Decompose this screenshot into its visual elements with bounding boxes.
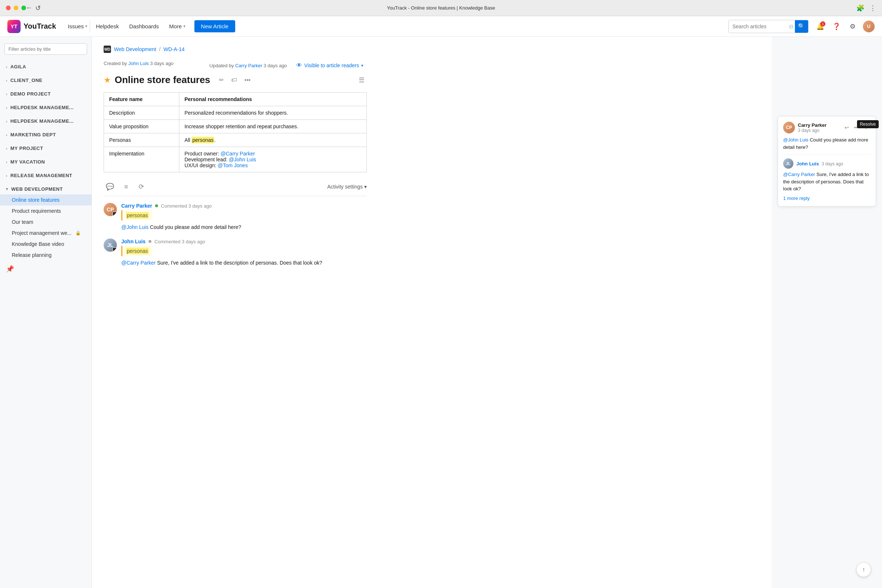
sidebar-item-product-req[interactable]: Product requirements	[0, 206, 92, 216]
more-chevron-icon: ▾	[183, 24, 186, 28]
sidebar-item-online-store[interactable]: Online store features	[0, 194, 92, 206]
history-tab[interactable]: ⟳	[136, 181, 146, 192]
sidebar-section-agila: › AGILA	[0, 60, 92, 74]
table-row: Description Personalized recommendations…	[104, 106, 367, 120]
close-dot[interactable]	[6, 6, 10, 10]
sidebar-section-header-helpdesk1[interactable]: › HELPDESK MANAGEME...	[0, 102, 92, 113]
carry-parker-avatar: CP	[104, 203, 117, 216]
thread-time: 3 days ago	[798, 128, 826, 133]
thread-more-replies-link[interactable]: 1 more reply	[783, 195, 871, 201]
user-avatar[interactable]: U	[863, 21, 874, 32]
filter-input[interactable]	[4, 44, 87, 55]
sidebar-item-project-mgmt[interactable]: Project management we... 🔒	[0, 228, 92, 238]
minimize-dot[interactable]	[14, 6, 18, 10]
breadcrumb-id-link[interactable]: WD-A-14	[164, 46, 185, 52]
titlebar-actions: 🧩 ⋮	[856, 4, 876, 12]
helpdesk1-caret-icon: ›	[6, 105, 8, 110]
thread-mention[interactable]: @John Luis	[783, 137, 808, 142]
new-article-button[interactable]: New Article	[194, 20, 235, 32]
nav-item-helpdesk[interactable]: Helpdesk	[92, 20, 123, 32]
table-cell-key: Description	[104, 106, 179, 120]
carry-project-badge	[112, 212, 117, 216]
visibility-badge[interactable]: 👁 Visible to article readers ▾	[293, 60, 367, 70]
titlebar-menu-icon[interactable]: ⋮	[870, 4, 876, 12]
personas-highlight: personas	[192, 137, 214, 143]
pin-icon[interactable]: 📌	[0, 262, 92, 276]
sidebar-section-label-helpdesk2: HELPDESK MANAGEME...	[10, 118, 74, 124]
sidebar-section-header-agila[interactable]: › AGILA	[0, 62, 92, 72]
sidebar-section-header-helpdesk2[interactable]: › HELPDESK MANAGEME...	[0, 116, 92, 126]
john-luis-link[interactable]: @John Luis	[229, 156, 256, 162]
comment-1-mention[interactable]: @John Luis	[121, 224, 148, 230]
activity-tabs: 💬 ≡ ⟳ Activity settings ▾	[104, 181, 367, 196]
thread-reply-author-name[interactable]: John Luis	[796, 161, 819, 166]
created-author-link[interactable]: John Luis	[128, 61, 149, 66]
tom-jones-link[interactable]: @Tom Jones	[218, 162, 248, 168]
sidebar-item-kb-video[interactable]: Knowledge Base video	[0, 238, 92, 249]
comment-2-after-mention: Sure, I've added a link to the descripti…	[156, 260, 322, 266]
list-tab[interactable]: ≡	[122, 182, 130, 192]
sidebar-section-header-my-project[interactable]: › MY PROJECT	[0, 143, 92, 154]
nav-item-issues[interactable]: Issues ▾	[64, 20, 90, 32]
carry-online-indicator	[155, 204, 158, 207]
comment-2-mention[interactable]: @Carry Parker	[121, 260, 156, 266]
comment-2-header: John Luis Commented 3 days ago	[121, 238, 367, 244]
logo-icon: YT	[8, 20, 21, 33]
table-cell-key: Implementation	[104, 147, 179, 172]
brand-name: YouTrack	[24, 22, 56, 30]
edit-button[interactable]: ✏	[217, 75, 226, 85]
comment-1-author[interactable]: Carry Parker	[121, 203, 152, 209]
logo-link[interactable]: YT YouTrack	[8, 20, 56, 33]
breadcrumb-project-link[interactable]: Web Development	[114, 46, 156, 52]
sidebar-section-demo: › DEMO PROJECT	[0, 87, 92, 101]
sidebar-section-header-demo[interactable]: › DEMO PROJECT	[0, 88, 92, 99]
comments-tab[interactable]: 💬	[104, 181, 116, 192]
thread-reply-button[interactable]: ↩	[843, 124, 850, 131]
article-star-button[interactable]: ★	[104, 75, 111, 85]
table-col-recommendations: Personal recommendations	[179, 93, 366, 106]
notifications-button[interactable]: 🔔 1	[814, 21, 826, 32]
help-button[interactable]: ❓	[831, 21, 842, 32]
table-cell-key: Personas	[104, 134, 179, 147]
comment-2-quote: personas	[121, 246, 153, 256]
sidebar-section-header-my-vacation[interactable]: › MY VACATION	[0, 156, 92, 167]
sidebar-section-header-release-mgmt[interactable]: › RELEASE MANAGEMENT	[0, 170, 92, 181]
sidebar-item-release-planning[interactable]: Release planning	[0, 249, 92, 261]
toc-button[interactable]: ☰	[357, 75, 367, 86]
sidebar-section-header-client-one[interactable]: › CLIENT_ONE	[0, 75, 92, 86]
thread-reply-mention[interactable]: @Carry Parker	[783, 172, 815, 177]
sidebar-section-header-web-dev[interactable]: ▾ WEB DEVELOPMENT	[0, 184, 92, 194]
updated-author-link[interactable]: Carry Parker	[235, 63, 262, 68]
thread-author-info: Carry Parker 3 days ago	[798, 122, 826, 133]
thread-header: CP Carry Parker 3 days ago ↩ ••• ✓ Resol…	[783, 122, 871, 134]
release-mgmt-caret-icon: ›	[6, 174, 8, 178]
my-vacation-caret-icon: ›	[6, 160, 8, 164]
sidebar-item-our-team[interactable]: Our team	[0, 216, 92, 228]
search-button[interactable]: 🔍	[795, 20, 808, 33]
activity-settings-button[interactable]: Activity settings ▾	[327, 184, 367, 190]
comment-2-author[interactable]: John Luis	[121, 238, 146, 244]
settings-button[interactable]: ⚙	[847, 21, 858, 32]
breadcrumb-project-icon: WD	[104, 46, 111, 53]
issues-chevron-icon: ▾	[85, 24, 87, 28]
nav-item-dashboards[interactable]: Dashboards	[124, 20, 163, 32]
search-input[interactable]	[729, 21, 788, 32]
thread-reply-author-info: John Luis 3 days ago	[796, 160, 843, 166]
sidebar-section-header-marketing[interactable]: › MARKETING DEPT	[0, 129, 92, 140]
nav-item-more[interactable]: More ▾	[165, 20, 190, 32]
sidebar-section-label-agila: AGILA	[10, 64, 26, 69]
tag-button[interactable]: 🏷	[229, 75, 239, 85]
resolve-tooltip: Resolve	[857, 120, 879, 128]
more-actions-button[interactable]: •••	[242, 75, 253, 85]
window-controls	[6, 6, 26, 10]
scroll-top-button[interactable]: ↑	[856, 562, 871, 577]
refresh-button[interactable]: ↺	[35, 4, 41, 12]
personas-text-prefix: All	[184, 137, 192, 143]
demo-caret-icon: ›	[6, 92, 8, 96]
sidebar-section-release-mgmt: › RELEASE MANAGEMENT	[0, 169, 92, 182]
carry-parker-link[interactable]: @Carry Parker	[220, 151, 255, 156]
extensions-icon[interactable]: 🧩	[856, 4, 864, 12]
back-button[interactable]: ←	[26, 4, 32, 12]
sidebar-section-label-demo: DEMO PROJECT	[10, 91, 51, 97]
table-row: Implementation Product owner: @Carry Par…	[104, 147, 367, 172]
